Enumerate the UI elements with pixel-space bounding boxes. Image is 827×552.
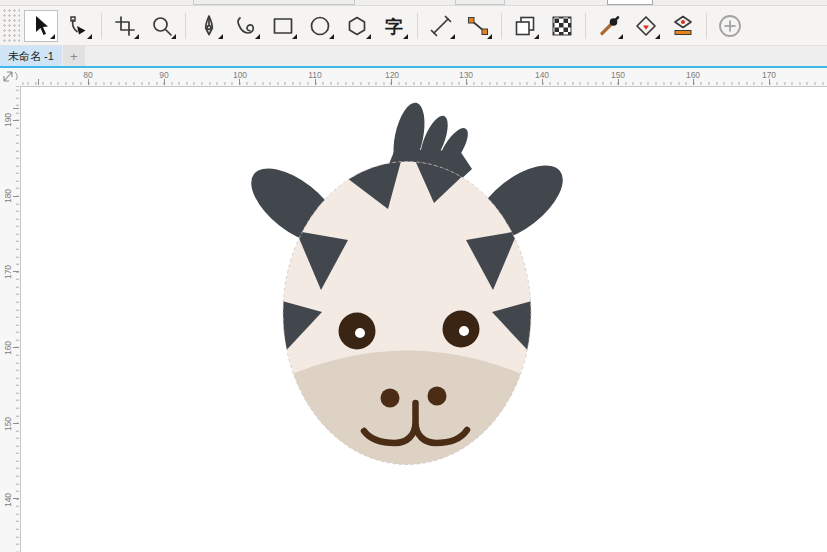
toolbar-separator <box>417 13 418 39</box>
horizontal-ruler[interactable]: 80 90 100 110 120 130 140 150 160 170 <box>20 68 827 86</box>
transparency-tool[interactable] <box>545 10 579 42</box>
pen-tool[interactable] <box>192 10 226 42</box>
hruler-label: 130 <box>459 70 473 80</box>
smart-fill-tool[interactable] <box>666 10 700 42</box>
ellipse-icon <box>308 14 332 38</box>
vertical-ruler[interactable]: 190 180 170 160 150 140 <box>0 86 20 552</box>
crop-tool[interactable] <box>108 10 142 42</box>
ruler-origin-icon <box>0 68 20 86</box>
zoom-icon <box>150 14 174 38</box>
dimension-tool[interactable] <box>424 10 458 42</box>
hruler-label: 110 <box>308 70 322 80</box>
hruler-label: 90 <box>159 70 168 80</box>
property-bar-field-stub <box>455 0 505 5</box>
zebra-eye-right[interactable] <box>443 311 480 348</box>
shape-icon <box>66 14 90 38</box>
interactive-fill-icon <box>634 14 658 38</box>
transparency-icon <box>550 14 574 38</box>
ruler-origin[interactable] <box>0 68 20 86</box>
document-tab[interactable]: 未命名 -1 <box>0 46 62 66</box>
vruler-label: 140 <box>3 493 13 507</box>
vruler-label: 180 <box>3 189 13 203</box>
hruler-label: 150 <box>611 70 625 80</box>
rectangle-icon <box>271 14 295 38</box>
hruler-label: 140 <box>535 70 549 80</box>
property-bar-field-stub <box>193 0 355 5</box>
rectangle-tool[interactable] <box>266 10 300 42</box>
drawing-canvas[interactable] <box>20 86 827 552</box>
app-window: 字 <box>0 0 827 552</box>
toolbar-separator <box>585 13 586 39</box>
hruler-label: 100 <box>233 70 247 80</box>
hruler-label: 160 <box>686 70 700 80</box>
polygon-icon <box>345 14 369 38</box>
vruler-major-ticks <box>13 86 19 552</box>
polygon-tool[interactable] <box>340 10 374 42</box>
vruler-label: 170 <box>3 265 13 279</box>
vruler-label: 160 <box>3 341 13 355</box>
new-document-tab-button[interactable]: + <box>63 46 85 66</box>
property-bar-field-stub <box>607 0 653 5</box>
shape-tool[interactable] <box>61 10 95 42</box>
crop-icon <box>113 14 137 38</box>
toolbar-separator <box>706 13 707 39</box>
hruler-major-ticks <box>20 79 827 85</box>
zebra-nostril-left[interactable] <box>381 389 400 408</box>
drop-shadow-icon <box>513 14 537 38</box>
dimension-icon <box>429 14 453 38</box>
hruler-label: 120 <box>385 70 399 80</box>
hruler-label: 80 <box>83 70 92 80</box>
ellipse-tool[interactable] <box>303 10 337 42</box>
zebra-eye-left[interactable] <box>339 313 376 350</box>
document-tab-label: 未命名 -1 <box>8 49 54 64</box>
pen-icon <box>197 14 221 38</box>
text-icon: 字 <box>382 14 406 38</box>
toolbar-separator <box>501 13 502 39</box>
plus-circle-icon <box>716 12 744 40</box>
bspline-tool[interactable] <box>229 10 263 42</box>
hruler-label: 170 <box>762 70 776 80</box>
document-tab-bar: 未命名 -1 + <box>0 46 827 66</box>
connector-icon <box>466 14 490 38</box>
interactive-fill-tool[interactable] <box>629 10 663 42</box>
zebra-illustration <box>21 87 827 551</box>
toolbar-grip[interactable] <box>2 8 20 43</box>
pick-icon <box>29 14 53 38</box>
toolbox: 字 <box>0 6 827 46</box>
zoom-tool[interactable] <box>145 10 179 42</box>
vruler-label: 190 <box>3 113 13 127</box>
zebra-nostril-right[interactable] <box>428 387 447 406</box>
text-tool[interactable]: 字 <box>377 10 411 42</box>
toolbar-separator <box>185 13 186 39</box>
svg-text:字: 字 <box>385 17 403 37</box>
connector-tool[interactable] <box>461 10 495 42</box>
bspline-icon <box>234 14 258 38</box>
toolbar-separator <box>101 13 102 39</box>
smart-fill-icon <box>671 14 695 38</box>
eyedropper-icon <box>597 14 621 38</box>
eyedropper-tool[interactable] <box>592 10 626 42</box>
vruler-label: 150 <box>3 417 13 431</box>
pick-tool[interactable] <box>24 10 58 42</box>
add-tools-button[interactable] <box>713 10 747 42</box>
drop-shadow-tool[interactable] <box>508 10 542 42</box>
